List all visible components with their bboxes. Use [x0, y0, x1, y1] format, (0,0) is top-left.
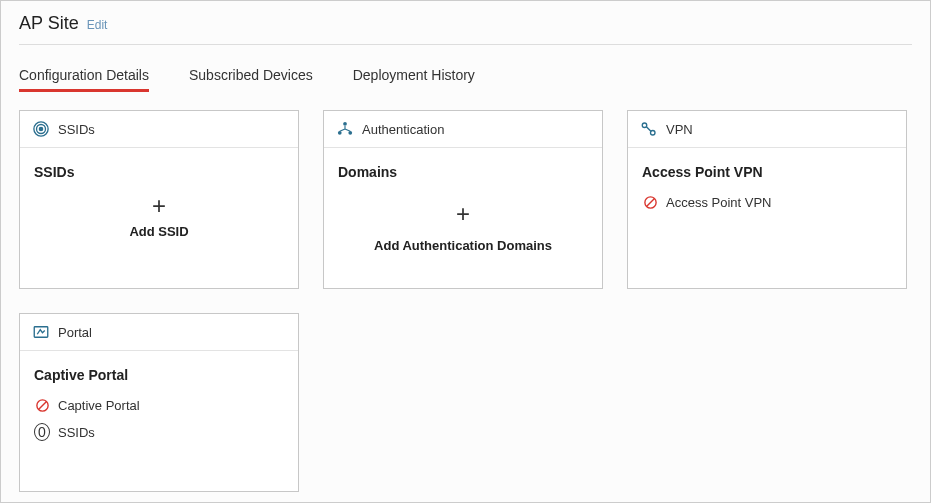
svg-point-0: [39, 127, 42, 130]
tab-configuration-details[interactable]: Configuration Details: [19, 67, 149, 92]
portal-ssids-label: SSIDs: [58, 425, 95, 440]
card-header-portal: Portal: [20, 314, 298, 351]
disabled-icon: [642, 194, 658, 210]
plus-icon: +: [152, 194, 166, 218]
count-badge: 0: [34, 423, 50, 441]
plus-icon: +: [456, 202, 470, 226]
tab-deployment-history[interactable]: Deployment History: [353, 67, 475, 92]
card-header-ssids: SSIDs: [20, 111, 298, 148]
svg-point-7: [651, 131, 656, 136]
organization-icon: [336, 120, 354, 138]
svg-point-3: [343, 122, 347, 126]
svg-point-4: [338, 131, 342, 135]
page-header: AP Site Edit: [19, 13, 912, 45]
tab-subscribed-devices[interactable]: Subscribed Devices: [189, 67, 313, 92]
captive-portal-label: Captive Portal: [58, 398, 140, 413]
svg-line-12: [38, 401, 46, 409]
page-title: AP Site: [19, 13, 79, 34]
disabled-icon: [34, 397, 50, 413]
svg-line-9: [646, 198, 654, 206]
broadcast-icon: [32, 120, 50, 138]
vpn-item: Access Point VPN: [642, 194, 892, 210]
section-title-ap-vpn: Access Point VPN: [642, 164, 892, 180]
portal-ssids-item: 0 SSIDs: [34, 423, 284, 441]
add-ssid-button[interactable]: + Add SSID: [34, 194, 284, 239]
section-title-ssids: SSIDs: [34, 164, 284, 180]
card-portal: Portal Captive Portal Captive Portal 0 S…: [19, 313, 299, 492]
card-header-label: SSIDs: [58, 122, 95, 137]
tabs: Configuration Details Subscribed Devices…: [19, 67, 912, 92]
card-header-label: Portal: [58, 325, 92, 340]
card-header-authentication: Authentication: [324, 111, 602, 148]
add-ssid-label: Add SSID: [129, 224, 188, 239]
card-ssids: SSIDs SSIDs + Add SSID: [19, 110, 299, 289]
card-header-vpn: VPN: [628, 111, 906, 148]
card-authentication: Authentication Domains + Add Authenticat…: [323, 110, 603, 289]
connection-icon: [640, 120, 658, 138]
captive-portal-item: Captive Portal: [34, 397, 284, 413]
add-auth-domains-label: Add Authentication Domains: [374, 238, 552, 253]
card-vpn: VPN Access Point VPN Access Point VPN: [627, 110, 907, 289]
section-title-captive-portal: Captive Portal: [34, 367, 284, 383]
svg-point-6: [642, 123, 647, 128]
add-auth-domains-button[interactable]: + Add Authentication Domains: [338, 202, 588, 253]
section-title-domains: Domains: [338, 164, 588, 180]
card-header-label: Authentication: [362, 122, 444, 137]
edit-link[interactable]: Edit: [87, 18, 108, 32]
portal-icon: [32, 323, 50, 341]
svg-point-5: [348, 131, 352, 135]
vpn-item-label: Access Point VPN: [666, 195, 772, 210]
card-header-label: VPN: [666, 122, 693, 137]
svg-rect-10: [34, 327, 48, 338]
